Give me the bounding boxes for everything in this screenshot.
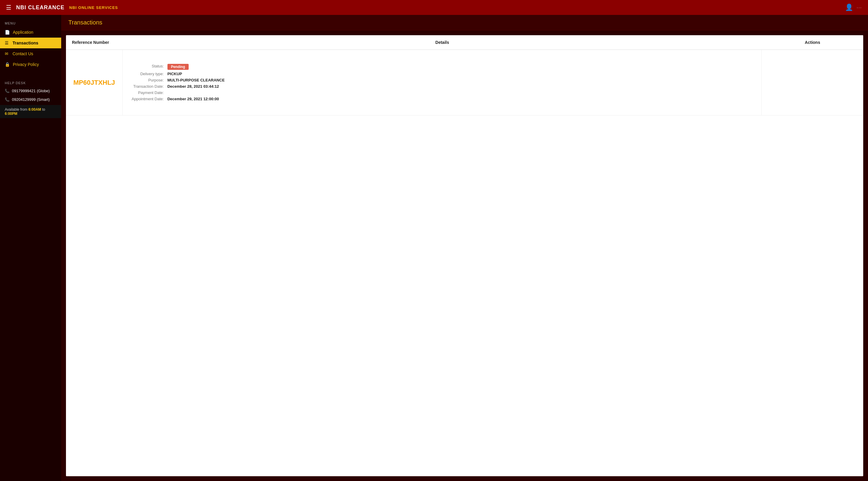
appointment-date-label: Appointment Date: bbox=[132, 97, 164, 101]
app-title: NBI CLEARANCE bbox=[16, 4, 64, 11]
status-label: Status: bbox=[132, 64, 164, 70]
sidebar-item-label: Contact Us bbox=[12, 51, 33, 56]
hamburger-icon[interactable]: ☰ bbox=[6, 4, 11, 11]
sidebar-item-label: Application bbox=[13, 30, 33, 35]
page-header: Transactions bbox=[61, 15, 868, 30]
available-prefix: Available from bbox=[5, 107, 28, 111]
col-ref-number: Reference Number bbox=[66, 35, 123, 50]
status-value: Pending bbox=[167, 64, 225, 70]
transactions-table: Reference Number Details Actions MP60JTX… bbox=[66, 35, 863, 476]
transaction-date-value: December 28, 2021 03:44:12 bbox=[167, 84, 225, 89]
available-start: 6:00AM bbox=[28, 107, 41, 111]
helpdesk-section: HELP DESK 📞 09179999421 (Globe) 📞 092041… bbox=[0, 79, 61, 118]
details-cell: Status: Pending Delivery type: PICKUP Pu… bbox=[123, 50, 762, 115]
layout: MENU 📄 Application ☰ Transactions ✉ Cont… bbox=[0, 15, 868, 481]
application-icon: 📄 bbox=[5, 30, 10, 35]
more-options-icon[interactable]: ··· bbox=[857, 5, 862, 10]
sidebar-item-privacy-policy[interactable]: 🔒 Privacy Policy bbox=[0, 59, 61, 70]
appointment-date-value: December 29, 2021 12:00:00 bbox=[167, 97, 225, 101]
table-header: Reference Number Details Actions bbox=[66, 35, 863, 50]
purpose-value: MULTI-PURPOSE CLEARANCE bbox=[167, 78, 225, 82]
transaction-date-label: Transaction Date: bbox=[132, 84, 164, 89]
top-nav: ☰ NBI CLEARANCE NBI ONLINE SERVICES 👤 ··… bbox=[0, 0, 868, 15]
top-nav-left: ☰ NBI CLEARANCE NBI ONLINE SERVICES bbox=[6, 4, 118, 11]
helpdesk-phone-globe: 📞 09179999421 (Globe) bbox=[0, 87, 61, 95]
details-grid: Status: Pending Delivery type: PICKUP Pu… bbox=[132, 64, 225, 101]
contact-icon: ✉ bbox=[5, 51, 9, 56]
ref-number-cell: MP60JTXHLJ bbox=[66, 50, 123, 115]
phone-number-smart: 09204129999 (Smart) bbox=[12, 97, 50, 102]
transactions-icon: ☰ bbox=[5, 40, 9, 45]
payment-date-label: Payment Date: bbox=[132, 90, 164, 95]
col-actions: Actions bbox=[762, 35, 863, 50]
status-badge: Pending bbox=[167, 64, 189, 70]
user-icon[interactable]: 👤 bbox=[845, 4, 853, 11]
table-row: MP60JTXHLJ Status: Pending Delivery type… bbox=[66, 50, 863, 116]
delivery-type-value: PICKUP bbox=[167, 72, 225, 76]
top-nav-right: 👤 ··· bbox=[845, 4, 862, 11]
available-end: 6:00PM bbox=[5, 111, 17, 116]
helpdesk-label: HELP DESK bbox=[0, 79, 61, 87]
helpdesk-phone-smart: 📞 09204129999 (Smart) bbox=[0, 95, 61, 104]
menu-label: MENU bbox=[0, 18, 61, 27]
phone-icon-globe: 📞 bbox=[5, 89, 9, 93]
page-title: Transactions bbox=[68, 19, 861, 26]
payment-date-value bbox=[167, 90, 225, 95]
sidebar-item-application[interactable]: 📄 Application bbox=[0, 27, 61, 38]
col-details: Details bbox=[123, 35, 762, 50]
main-content: Transactions Reference Number Details Ac… bbox=[61, 15, 868, 481]
available-time: Available from 6:00AM to 6:00PM bbox=[0, 105, 61, 118]
sidebar-item-label: Transactions bbox=[12, 40, 38, 45]
phone-icon-smart: 📞 bbox=[5, 97, 9, 102]
purpose-label: Purpose: bbox=[132, 78, 164, 82]
sidebar: MENU 📄 Application ☰ Transactions ✉ Cont… bbox=[0, 15, 61, 481]
sidebar-item-transactions[interactable]: ☰ Transactions bbox=[0, 38, 61, 49]
reference-number: MP60JTXHLJ bbox=[73, 79, 115, 87]
lock-icon: 🔒 bbox=[5, 62, 10, 67]
sidebar-item-label: Privacy Policy bbox=[13, 62, 39, 67]
phone-number-globe: 09179999421 (Globe) bbox=[12, 89, 50, 93]
service-label: NBI ONLINE SERVICES bbox=[69, 5, 118, 10]
available-to: to bbox=[41, 107, 45, 111]
delivery-type-label: Delivery type: bbox=[132, 72, 164, 76]
actions-cell bbox=[762, 50, 863, 115]
sidebar-item-contact-us[interactable]: ✉ Contact Us bbox=[0, 49, 61, 59]
